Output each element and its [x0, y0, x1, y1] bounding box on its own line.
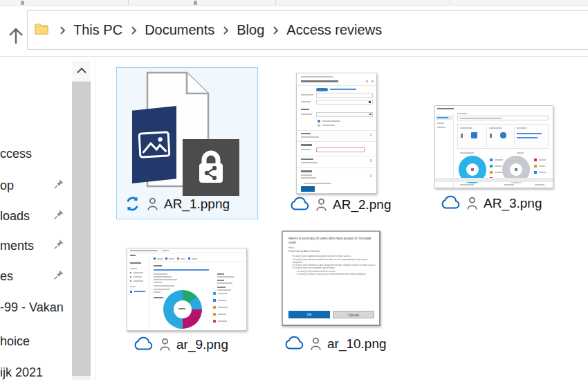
- shared-person-icon: [158, 337, 172, 352]
- up-one-level-button[interactable]: [4, 24, 28, 48]
- ribbon-strip: [0, 0, 588, 6]
- sidebar-item-pictures[interactable]: es: [0, 268, 71, 284]
- navigation-toolbar: This PC Documents Blog Access reviews: [0, 6, 588, 57]
- sidebar-item-desktop[interactable]: op: [0, 177, 71, 194]
- file-thumbnail-ar-2[interactable]: [296, 73, 377, 194]
- sidebar-item-downloads[interactable]: loads: [0, 208, 71, 224]
- file-name: AR_2.png: [333, 197, 392, 212]
- sidebar-item-label: ccess: [0, 147, 32, 161]
- sidebar-item-documents[interactable]: ments: [0, 237, 71, 254]
- ribbon-separator: [128, 0, 129, 6]
- breadcrumb-item-this-pc[interactable]: This PC: [72, 22, 124, 38]
- sidebar-item-folder-2021[interactable]: ijk 2021: [0, 364, 71, 380]
- sidebar-item-label: hoice: [0, 334, 30, 349]
- pin-icon: [53, 269, 64, 283]
- shared-person-icon: [309, 336, 322, 352]
- scroll-up-button[interactable]: [72, 61, 91, 80]
- scroll-thumb[interactable]: [72, 82, 91, 376]
- breadcrumb-chevron-icon: [266, 26, 285, 35]
- sidebar-item-folder-vakan[interactable]: -99 - Vakan: [0, 299, 71, 316]
- breadcrumb-item-access-reviews[interactable]: Access reviews: [285, 22, 383, 38]
- image-glyph: [132, 106, 176, 183]
- thumb-ok-button: Ok: [288, 311, 330, 318]
- ribbon-icon-remnant: [21, 1, 24, 5]
- up-arrow-icon: [5, 25, 27, 47]
- pin-icon: [53, 239, 64, 253]
- sidebar-item-quick-access[interactable]: ccess: [0, 145, 71, 162]
- breadcrumb-chevron-icon: [216, 26, 235, 35]
- breadcrumb-chevron-icon: [124, 26, 143, 35]
- shared-person-icon: [315, 197, 328, 212]
- thumb-dialog-title: Here's a summary of users who have acces…: [288, 236, 376, 244]
- explorer-window: This PC Documents Blog Access reviews cc…: [0, 0, 588, 380]
- sync-status-icon: [124, 195, 141, 212]
- sidebar-item-label: ments: [0, 239, 34, 253]
- file-name: AR_1.ppng: [164, 197, 230, 212]
- pin-icon: [53, 209, 64, 223]
- sidebar-item-label: es: [0, 269, 13, 284]
- file-name: ar_9.png: [176, 337, 228, 352]
- ribbon-separator: [450, 0, 450, 6]
- address-bar[interactable]: This PC Documents Blog Access reviews: [27, 10, 588, 50]
- ribbon-icon-remnant: [194, 1, 197, 5]
- folder-icon: [33, 21, 50, 40]
- file-thumbnail-ar-9[interactable]: [127, 248, 247, 331]
- sidebar-item-label: op: [0, 179, 14, 193]
- lock-share-icon: [193, 148, 229, 187]
- chevron-up-icon: [76, 67, 87, 74]
- breadcrumb-item-blog[interactable]: Blog: [235, 22, 266, 38]
- sidebar-item-folder-hoice[interactable]: hoice: [0, 333, 71, 350]
- file-name: AR_3.png: [484, 196, 542, 211]
- file-thumbnail-ar-10[interactable]: Here's a summary of users who have acces…: [282, 230, 380, 326]
- sidebar-item-label: -99 - Vakan: [0, 300, 64, 315]
- cloud-status-icon: [133, 336, 154, 352]
- breadcrumb-chevron-icon: [53, 26, 72, 35]
- pin-icon: [53, 179, 64, 192]
- shared-person-icon: [466, 196, 479, 211]
- nav-scrollbar[interactable]: [72, 61, 91, 380]
- protected-share-badge: [183, 139, 239, 196]
- shared-person-icon: [146, 197, 159, 212]
- file-name: ar_10.png: [327, 336, 387, 352]
- cloud-status-icon: [440, 195, 461, 211]
- sidebar-item-label: ijk 2021: [0, 365, 43, 380]
- cloud-status-icon: [289, 197, 310, 212]
- breadcrumb-item-documents[interactable]: Documents: [143, 22, 216, 38]
- thumb-cancel-button: Cancel: [333, 311, 374, 318]
- thumb-dialog-sub-bullet: 3 user(s) will have their access removed…: [292, 273, 376, 275]
- file-thumbnail-ar-3[interactable]: [434, 105, 553, 188]
- sidebar-item-label: loads: [0, 209, 30, 224]
- file-item-ar-1[interactable]: AR_1.ppng: [116, 67, 258, 219]
- thumb-dialog-requested-by: Requested by Albert Hosingh: [288, 249, 376, 253]
- thumb-dialog-bullet: 0 user(s) were denied and will have thei…: [292, 257, 376, 264]
- ribbon-separator: [275, 0, 276, 6]
- cloud-status-icon: [284, 336, 304, 352]
